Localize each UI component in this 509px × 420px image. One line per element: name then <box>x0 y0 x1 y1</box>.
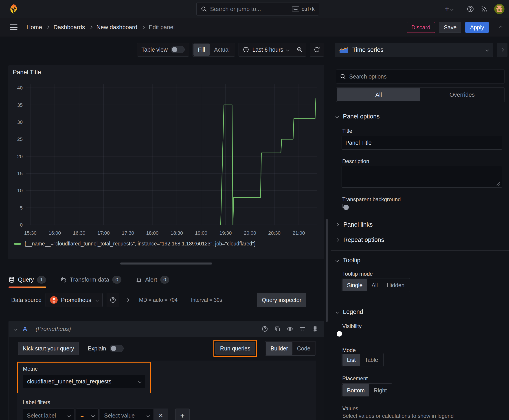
user-avatar[interactable] <box>494 4 504 14</box>
chart-legend-item[interactable]: {__name__="cloudflared_tunnel_total_requ… <box>14 241 256 247</box>
discard-button[interactable]: Discard <box>407 22 435 33</box>
table-view-label: Table view <box>141 46 168 53</box>
zoom-out-button[interactable] <box>293 43 306 56</box>
alert-count-badge: 0 <box>160 276 169 284</box>
repeat-options-section[interactable]: Repeat options <box>336 236 384 243</box>
prometheus-icon <box>50 296 58 304</box>
select-label-dropdown[interactable]: Select label <box>23 409 75 420</box>
builder-option[interactable]: Builder <box>266 342 292 355</box>
collapse-header-icon[interactable] <box>499 26 502 29</box>
query-inspector-button[interactable]: Query inspector <box>257 293 306 307</box>
legend-title: Legend <box>343 308 363 315</box>
menu-toggle-icon[interactable] <box>10 23 17 32</box>
actual-option[interactable]: Actual <box>210 44 234 56</box>
operator-dropdown[interactable]: = <box>76 409 99 420</box>
query-row-header[interactable]: A (Prometheus) <box>9 321 324 337</box>
tooltip-hidden-option[interactable]: Hidden <box>382 279 409 291</box>
panel-title[interactable]: Panel Title <box>9 65 324 76</box>
panel-options-header[interactable]: Panel options <box>336 113 380 120</box>
metric-select[interactable]: cloudflared_tunnel_total_requests <box>23 375 145 388</box>
panel-title-value: Panel Title <box>345 140 372 146</box>
metric-value: cloudflared_tunnel_total_requests <box>27 378 111 385</box>
drag-handle-icon[interactable] <box>312 326 318 332</box>
query-editor-card: A (Prometheus) Kick start your query Exp… <box>8 321 324 420</box>
refresh-button[interactable] <box>310 43 324 56</box>
breadcrumb-dashboards[interactable]: Dashboards <box>53 24 85 31</box>
news-rss-icon[interactable] <box>481 6 487 12</box>
chevron-down-icon <box>286 48 289 51</box>
panel-links-section[interactable]: Panel links <box>336 221 373 228</box>
tooltip-header[interactable]: Tooltip <box>336 257 360 264</box>
add-filter-button[interactable]: + <box>175 409 190 420</box>
table-view-toggle[interactable] <box>171 46 185 53</box>
tooltip-single-option[interactable]: Single <box>342 279 367 291</box>
tooltip-all-option[interactable]: All <box>367 279 382 291</box>
collapse-query-icon <box>14 327 18 331</box>
fill-option[interactable]: Fill <box>193 44 210 56</box>
tab-all[interactable]: All <box>337 88 420 101</box>
description-input[interactable] <box>342 166 502 188</box>
transform-icon <box>60 277 67 283</box>
legend-list-option[interactable]: List <box>342 354 360 366</box>
explain-toggle[interactable] <box>110 345 124 352</box>
legend-visibility-toggle[interactable] <box>343 330 343 335</box>
legend-table-option[interactable]: Table <box>360 354 383 366</box>
breadcrumb-home[interactable]: Home <box>26 24 42 31</box>
expand-options-icon[interactable] <box>126 298 129 302</box>
breadcrumb-bar: Home Dashboards New dashboard Edit panel… <box>0 18 509 37</box>
transparent-background-toggle[interactable] <box>342 204 343 208</box>
grafana-logo-icon[interactable] <box>8 4 19 14</box>
svg-text:30: 30 <box>17 119 23 125</box>
global-search-input[interactable]: Search or jump to... ctrl+k <box>196 2 319 16</box>
divider <box>331 303 509 303</box>
duplicate-query-icon[interactable] <box>274 326 281 332</box>
visualization-value: Time series <box>352 46 384 53</box>
legend-mode-switch: List Table <box>342 353 384 367</box>
toggle-visibility-icon[interactable] <box>287 326 293 332</box>
breadcrumb-new-dashboard[interactable]: New dashboard <box>97 24 137 31</box>
panel-resize-handle[interactable] <box>120 262 212 264</box>
tab-transform-data[interactable]: Transform data 0 <box>60 271 122 288</box>
delete-query-icon[interactable] <box>299 326 306 332</box>
placement-right-option[interactable]: Right <box>369 384 391 397</box>
select-label-placeholder: Select label <box>27 412 56 419</box>
help-icon[interactable] <box>467 5 474 13</box>
kick-start-query-button[interactable]: Kick start your query <box>18 342 79 355</box>
placement-bottom-option[interactable]: Bottom <box>342 384 369 397</box>
breadcrumb-edit-panel: Edit panel <box>149 24 175 31</box>
chevron-down-icon <box>95 298 99 302</box>
chevron-down-icon <box>335 259 339 262</box>
svg-text:20: 20 <box>17 154 23 159</box>
options-search-placeholder: Search options <box>349 73 387 80</box>
remove-filter-button[interactable]: ✕ <box>154 409 168 420</box>
search-icon <box>201 6 207 12</box>
builder-code-switch: Builder Code <box>265 341 316 356</box>
select-value-dropdown[interactable]: Select value <box>100 409 154 420</box>
save-button[interactable]: Save <box>439 22 461 33</box>
new-menu-button[interactable]: + <box>445 5 453 13</box>
tab-alert[interactable]: Alert 0 <box>136 271 169 288</box>
chevron-right-icon <box>89 26 92 29</box>
apply-button[interactable]: Apply <box>465 22 489 33</box>
legend-header[interactable]: Legend <box>336 308 363 315</box>
panel-title-input[interactable]: Panel Title <box>342 136 502 150</box>
time-range-picker[interactable]: Last 6 hours <box>239 43 293 56</box>
run-queries-button[interactable]: Run queries <box>215 342 255 355</box>
tab-overrides[interactable]: Overrides <box>420 88 504 101</box>
visualization-picker[interactable]: Time series <box>335 43 493 57</box>
svg-text:16:00: 16:00 <box>48 230 61 236</box>
interval-stat: Interval = 30s <box>191 297 222 303</box>
collapse-options-button[interactable] <box>497 43 508 57</box>
vertical-scrollbar[interactable] <box>326 219 328 322</box>
datasource-picker[interactable]: Prometheus <box>46 293 103 307</box>
time-series-chart[interactable]: 051015202530354015:3016:0016:3017:0017:3… <box>12 76 322 238</box>
help-icon[interactable] <box>262 326 268 332</box>
datasource-help-button[interactable] <box>106 293 119 307</box>
options-tabs: All Overrides <box>336 88 505 102</box>
code-option[interactable]: Code <box>292 342 315 355</box>
search-placeholder: Search or jump to... <box>210 6 289 13</box>
tab-query[interactable]: Query 1 <box>8 271 46 288</box>
query-toolbar: Kick start your query Explain Run querie… <box>9 337 324 357</box>
options-search-input[interactable]: Search options <box>336 69 505 83</box>
time-range-value: Last 6 hours <box>252 46 283 53</box>
